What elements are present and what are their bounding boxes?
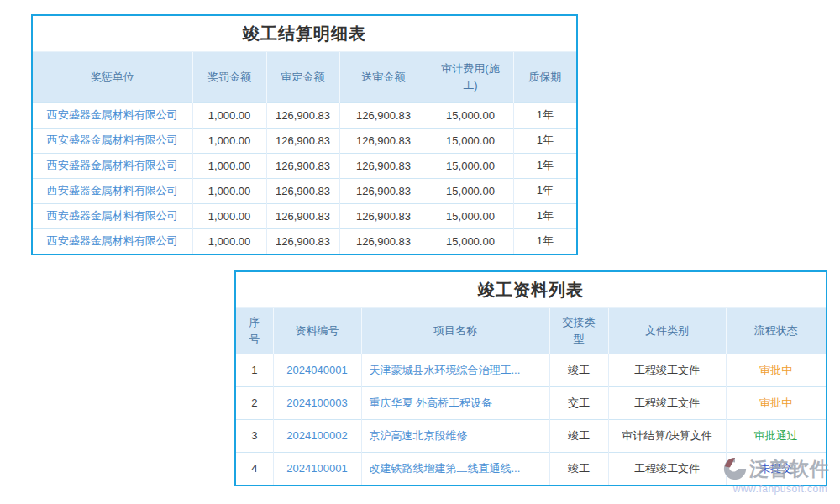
- col-header-project-name: 项目名称: [361, 308, 549, 354]
- audit-fee-cell: 15,000.00: [428, 128, 513, 153]
- submitted-amount-cell: 126,900.83: [339, 228, 428, 254]
- handover-type-cell: 竣工: [549, 419, 608, 452]
- reward-unit-link[interactable]: 西安盛器金属材料有限公司: [33, 178, 192, 203]
- penalty-amount-cell: 1,000.00: [192, 102, 266, 128]
- documents-table-row: 2 2024100003 重庆华夏 外高桥工程设备 交工 工程竣工文件 审批中: [236, 386, 826, 419]
- project-name-link[interactable]: 重庆华夏 外高桥工程设备: [361, 386, 549, 419]
- doc-no-link[interactable]: 2024100002: [273, 419, 361, 452]
- col-header-audit-fee: 审计费用(施工): [428, 52, 513, 102]
- audit-fee-cell: 15,000.00: [428, 153, 513, 178]
- col-header-penalty-amount: 奖罚金额: [192, 52, 266, 102]
- settlement-table-row: 西安盛器金属材料有限公司 1,000.00 126,900.83 126,900…: [33, 203, 576, 228]
- submitted-amount-cell: 126,900.83: [339, 203, 428, 228]
- flow-status-badge: 审批中: [726, 386, 826, 419]
- reward-unit-link[interactable]: 西安盛器金属材料有限公司: [33, 153, 192, 178]
- warranty-cell: 1年: [513, 128, 576, 153]
- settlement-table-body: 西安盛器金属材料有限公司 1,000.00 126,900.83 126,900…: [33, 102, 576, 254]
- documents-table-body: 1 2024040001 天津蒙城县水环境综合治理工... 竣工 工程竣工文件 …: [236, 354, 826, 485]
- col-header-flow-status: 流程状态: [726, 308, 826, 354]
- reward-unit-link[interactable]: 西安盛器金属材料有限公司: [33, 102, 192, 128]
- project-name-link[interactable]: 天津蒙城县水环境综合治理工...: [361, 354, 549, 386]
- reward-unit-link[interactable]: 西安盛器金属材料有限公司: [33, 128, 192, 153]
- penalty-amount-cell: 1,000.00: [192, 153, 266, 178]
- penalty-amount-cell: 1,000.00: [192, 128, 266, 153]
- settlement-table-row: 西安盛器金属材料有限公司 1,000.00 126,900.83 126,900…: [33, 178, 576, 203]
- project-name-link[interactable]: 改建铁路线增建第二线直通线...: [361, 452, 549, 485]
- reward-unit-link[interactable]: 西安盛器金属材料有限公司: [33, 203, 192, 228]
- settlement-table: 奖惩单位 奖罚金额 审定金额 送审金额 审计费用(施工) 质保期 西安盛器金属材…: [33, 52, 576, 254]
- settlement-table-title: 竣工结算明细表: [33, 16, 576, 52]
- documents-table-title: 竣工资料列表: [236, 272, 826, 308]
- col-header-handover-type: 交接类型: [549, 308, 608, 354]
- warranty-cell: 1年: [513, 228, 576, 254]
- col-header-file-category: 文件类别: [608, 308, 726, 354]
- seq-cell: 4: [236, 452, 273, 485]
- penalty-amount-cell: 1,000.00: [192, 178, 266, 203]
- doc-no-link[interactable]: 2024040001: [273, 354, 361, 386]
- col-header-warranty: 质保期: [513, 52, 576, 102]
- submitted-amount-cell: 126,900.83: [339, 178, 428, 203]
- documents-table: 序号 资料编号 项目名称 交接类型 文件类别 流程状态 1 2024040001…: [236, 308, 826, 485]
- audit-fee-cell: 15,000.00: [428, 228, 513, 254]
- documents-table-row: 1 2024040001 天津蒙城县水环境综合治理工... 竣工 工程竣工文件 …: [236, 354, 826, 386]
- documents-table-row: 3 2024100002 京沪高速北京段维修 竣工 审计结算/决算文件 审批通过: [236, 419, 826, 452]
- doc-no-link[interactable]: 2024100001: [273, 452, 361, 485]
- project-name-link[interactable]: 京沪高速北京段维修: [361, 419, 549, 452]
- file-category-cell: 审计结算/决算文件: [608, 419, 726, 452]
- file-category-cell: 工程竣工文件: [608, 354, 726, 386]
- flow-status-badge: 审批中: [726, 354, 826, 386]
- col-header-doc-no: 资料编号: [273, 308, 361, 354]
- settlement-table-panel: 竣工结算明细表 奖惩单位 奖罚金额 审定金额 送审金额 审计费用(施工) 质保期…: [31, 14, 578, 255]
- submitted-amount-cell: 126,900.83: [339, 128, 428, 153]
- col-header-submitted-amount: 送审金额: [339, 52, 428, 102]
- reward-unit-link[interactable]: 西安盛器金属材料有限公司: [33, 228, 192, 254]
- col-header-seq: 序号: [236, 308, 273, 354]
- penalty-amount-cell: 1,000.00: [192, 228, 266, 254]
- submitted-amount-cell: 126,900.83: [339, 153, 428, 178]
- approved-amount-cell: 126,900.83: [266, 178, 339, 203]
- warranty-cell: 1年: [513, 203, 576, 228]
- approved-amount-cell: 126,900.83: [266, 228, 339, 254]
- penalty-amount-cell: 1,000.00: [192, 203, 266, 228]
- documents-table-panel: 竣工资料列表 序号 资料编号 项目名称 交接类型 文件类别 流程状态 1 202…: [234, 270, 827, 486]
- warranty-cell: 1年: [513, 102, 576, 128]
- approved-amount-cell: 126,900.83: [266, 102, 339, 128]
- handover-type-cell: 交工: [549, 386, 608, 419]
- seq-cell: 2: [236, 386, 273, 419]
- handover-type-cell: 竣工: [549, 354, 608, 386]
- audit-fee-cell: 15,000.00: [428, 203, 513, 228]
- settlement-table-header: 奖惩单位 奖罚金额 审定金额 送审金额 审计费用(施工) 质保期: [33, 52, 576, 102]
- file-category-cell: 工程竣工文件: [608, 386, 726, 419]
- seq-cell: 3: [236, 419, 273, 452]
- approved-amount-cell: 126,900.83: [266, 153, 339, 178]
- flow-status-badge: 未提交: [726, 452, 826, 485]
- documents-table-row: 4 2024100001 改建铁路线增建第二线直通线... 竣工 工程竣工文件 …: [236, 452, 826, 485]
- doc-no-link[interactable]: 2024100003: [273, 386, 361, 419]
- audit-fee-cell: 15,000.00: [428, 178, 513, 203]
- col-header-reward-unit: 奖惩单位: [33, 52, 192, 102]
- settlement-table-row: 西安盛器金属材料有限公司 1,000.00 126,900.83 126,900…: [33, 228, 576, 254]
- settlement-table-row: 西安盛器金属材料有限公司 1,000.00 126,900.83 126,900…: [33, 153, 576, 178]
- warranty-cell: 1年: [513, 153, 576, 178]
- settlement-table-row: 西安盛器金属材料有限公司 1,000.00 126,900.83 126,900…: [33, 128, 576, 153]
- flow-status-badge: 审批通过: [726, 419, 826, 452]
- file-category-cell: 工程竣工文件: [608, 452, 726, 485]
- warranty-cell: 1年: [513, 178, 576, 203]
- submitted-amount-cell: 126,900.83: [339, 102, 428, 128]
- documents-table-header: 序号 资料编号 项目名称 交接类型 文件类别 流程状态: [236, 308, 826, 354]
- approved-amount-cell: 126,900.83: [266, 203, 339, 228]
- seq-cell: 1: [236, 354, 273, 386]
- settlement-table-row: 西安盛器金属材料有限公司 1,000.00 126,900.83 126,900…: [33, 102, 576, 128]
- col-header-approved-amount: 审定金额: [266, 52, 339, 102]
- handover-type-cell: 竣工: [549, 452, 608, 485]
- approved-amount-cell: 126,900.83: [266, 128, 339, 153]
- audit-fee-cell: 15,000.00: [428, 102, 513, 128]
